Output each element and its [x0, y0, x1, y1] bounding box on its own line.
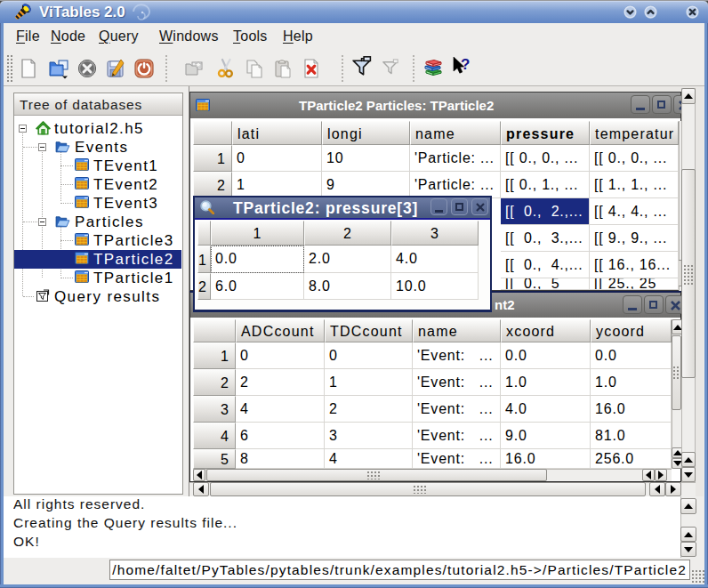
- svg-text:?: ?: [461, 56, 470, 73]
